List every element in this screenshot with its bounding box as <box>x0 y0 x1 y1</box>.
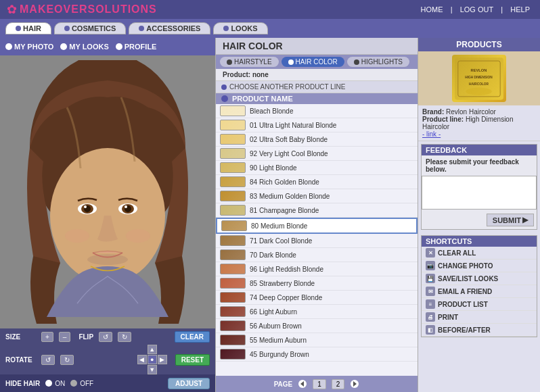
color-item[interactable]: 66 Light Auburn <box>216 305 418 319</box>
shortcuts-title: SHORTCUTS <box>422 236 537 247</box>
header-links: HOME | LOG OUT | HELP <box>418 5 533 14</box>
size-minus-button[interactable]: – <box>59 332 71 342</box>
main-nav: HAIR COSMETICS ACCESSORIES LOOKS <box>0 19 540 38</box>
arrow-center[interactable]: ● <box>148 355 157 364</box>
color-swatch <box>220 191 246 201</box>
arrow-left[interactable]: ◀ <box>137 355 147 364</box>
flip-left-button[interactable]: ↺ <box>99 332 112 342</box>
my-looks-tab[interactable]: MY LOOKS <box>60 43 108 51</box>
color-item[interactable]: 80 Medium Blonde <box>216 218 418 234</box>
on-toggle[interactable]: ON <box>45 380 65 387</box>
shortcut-item-save-list-looks[interactable]: 💾SAVE/LIST LOOKS <box>422 272 537 285</box>
color-name: 56 Auburn Brown <box>250 322 302 330</box>
page-1-button[interactable]: 1 <box>313 379 326 389</box>
arrow-right[interactable]: ▶ <box>158 355 167 364</box>
photo-area <box>0 55 215 328</box>
arrow-up[interactable]: ▲ <box>148 345 157 354</box>
size-plus-button[interactable]: + <box>41 332 53 342</box>
shortcut-item-before-after[interactable]: ◧BEFORE/AFTER <box>422 324 537 337</box>
flip-right-button[interactable]: ↻ <box>118 332 131 342</box>
rotate-left-button[interactable]: ↺ <box>41 355 55 365</box>
color-item[interactable]: 90 Light Blonde <box>216 161 418 175</box>
clear-button[interactable]: CLEAR <box>175 331 210 343</box>
shortcut-icon: ≡ <box>426 299 435 309</box>
hair-color-subtab[interactable]: HAIR COLOR <box>282 57 344 67</box>
svg-point-24 <box>466 87 491 95</box>
color-swatch <box>220 306 246 317</box>
color-swatch <box>221 220 247 231</box>
color-name: 71 Dark Cool Blonde <box>250 237 312 245</box>
reset-button[interactable]: RESET <box>175 354 210 366</box>
home-link[interactable]: HOME <box>421 5 443 14</box>
my-photo-tab[interactable]: MY PHOTO <box>5 43 53 51</box>
color-item[interactable]: 92 Very Light Cool Blonde <box>216 147 418 161</box>
product-image-area: REVLON HIGH DIMENSION HAIRCOLOR <box>418 51 540 105</box>
color-item[interactable]: 45 Burgundy Brown <box>216 347 418 362</box>
choose-another-product[interactable]: CHOOSE ANOTHER PRODUCT LINE <box>216 81 418 93</box>
flip-label: FLIP <box>78 333 93 341</box>
shortcut-item-product-list[interactable]: ≡PRODUCT LIST <box>422 298 537 311</box>
product-link[interactable]: - link - <box>422 130 441 138</box>
color-item[interactable]: Bleach Blonde <box>216 104 418 118</box>
feedback-input[interactable] <box>422 176 537 210</box>
color-item[interactable]: 81 Champagne Blonde <box>216 203 418 218</box>
color-item[interactable]: 71 Dark Cool Blonde <box>216 234 418 248</box>
color-item[interactable]: 01 Ultra Light Natural Blonde <box>216 118 418 132</box>
shortcut-item-print[interactable]: 🖨PRINT <box>422 311 537 324</box>
color-name: 90 Light Blonde <box>250 164 297 172</box>
color-item[interactable]: 56 Auburn Brown <box>216 319 418 333</box>
pagination: PAGE 1 2 <box>216 376 418 392</box>
profile-tab[interactable]: PROFILE <box>116 43 157 51</box>
shortcuts-section: SHORTCUTS ✕CLEAR ALL📷CHANGE PHOTO💾SAVE/L… <box>421 235 537 337</box>
shortcut-item-clear-all[interactable]: ✕CLEAR ALL <box>422 247 537 260</box>
color-item[interactable]: 84 Rich Golden Blonde <box>216 175 418 189</box>
color-swatch <box>220 349 246 360</box>
left-panel: MY PHOTO MY LOOKS PROFILE <box>0 38 215 392</box>
color-swatch <box>220 148 246 159</box>
highlights-subtab[interactable]: HIGHLIGHTS <box>347 57 409 67</box>
arrow-down[interactable]: ▼ <box>148 365 157 374</box>
shortcut-label: CHANGE PHOTO <box>438 262 493 270</box>
photo-controls: SIZE + – FLIP ↺ ↻ CLEAR ROTATE ↺ ↻ ▲ ◀ <box>0 328 215 374</box>
rotate-right-button[interactable]: ↻ <box>60 355 74 365</box>
shortcut-label: CLEAR ALL <box>438 249 476 257</box>
nav-tab-looks[interactable]: LOOKS <box>213 22 267 34</box>
color-item[interactable]: 70 Dark Blonde <box>216 248 418 262</box>
color-swatch <box>220 205 246 216</box>
feedback-title: FEEDBACK <box>422 145 537 155</box>
color-name: 66 Light Auburn <box>250 308 297 316</box>
color-item[interactable]: 85 Strawberry Blonde <box>216 276 418 291</box>
feedback-prompt: Please submit your feedback below. <box>422 155 537 176</box>
submit-button[interactable]: SUBMIT ▶ <box>487 214 534 226</box>
nav-tab-cosmetics[interactable]: COSMETICS <box>54 22 126 34</box>
color-name: 96 Light Reddish Blonde <box>250 266 323 273</box>
color-name: 55 Medium Auburn <box>250 337 307 344</box>
logo-flower: ✿ <box>7 2 17 17</box>
shortcut-item-email-a-friend[interactable]: ✉EMAIL A FRIEND <box>422 285 537 298</box>
color-swatch <box>220 292 246 303</box>
svg-point-13 <box>65 229 89 243</box>
logout-link[interactable]: LOG OUT <box>460 5 494 14</box>
shortcut-label: PRODUCT LIST <box>438 301 488 308</box>
svg-text:HAIRCOLOR: HAIRCOLOR <box>469 82 489 85</box>
color-swatch <box>220 162 246 173</box>
nav-tab-hair[interactable]: HAIR <box>5 22 51 34</box>
adjust-button[interactable]: ADJUST <box>168 378 210 389</box>
color-name: Bleach Blonde <box>250 107 294 115</box>
color-item[interactable]: 02 Ultra Soft Baby Blonde <box>216 132 418 147</box>
products-title: PRODUCTS <box>418 38 540 51</box>
color-item[interactable]: 96 Light Reddish Blonde <box>216 262 418 276</box>
off-toggle[interactable]: OFF <box>70 380 93 387</box>
color-item[interactable]: 83 Medium Golden Blonde <box>216 189 418 203</box>
hairstyle-subtab[interactable]: HAIRSTYLE <box>220 57 279 67</box>
feedback-section: FEEDBACK Please submit your feedback bel… <box>421 144 537 230</box>
nav-tab-accessories[interactable]: ACCESSORIES <box>129 22 210 34</box>
next-page-icon <box>350 379 359 389</box>
page-2-button[interactable]: 2 <box>332 379 345 389</box>
help-link[interactable]: HELP <box>510 5 530 14</box>
color-name: 70 Dark Blonde <box>250 251 296 259</box>
shortcut-icon: 🖨 <box>426 312 435 322</box>
color-item[interactable]: 74 Deep Copper Blonde <box>216 291 418 305</box>
color-item[interactable]: 55 Medium Auburn <box>216 333 418 347</box>
shortcut-item-change-photo[interactable]: 📷CHANGE PHOTO <box>422 260 537 272</box>
